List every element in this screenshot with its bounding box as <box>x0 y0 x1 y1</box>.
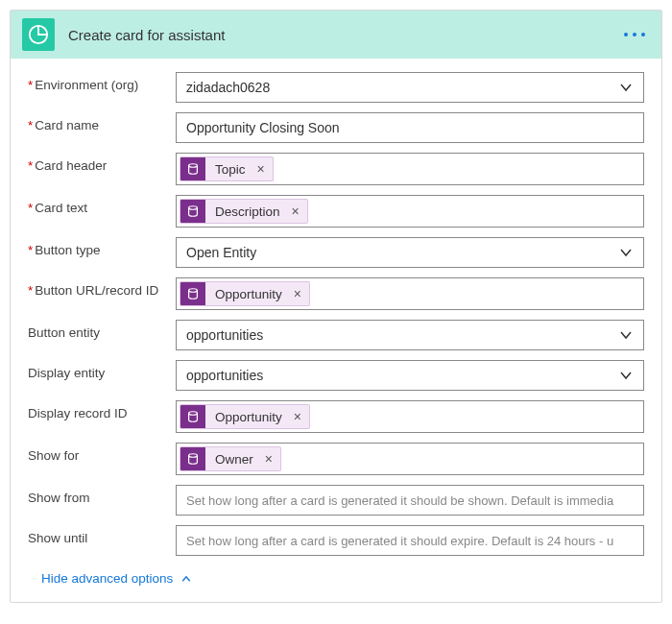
hide-advanced-options-toggle[interactable]: Hide advanced options <box>41 571 192 586</box>
action-header: Create card for assistant <box>11 11 661 59</box>
label-display-record-id: Display record ID <box>28 400 176 420</box>
button-entity-value: opportunities <box>186 327 618 343</box>
show-until-placeholder: Set how long after a card is generated i… <box>177 534 643 548</box>
svg-point-4 <box>189 206 198 210</box>
show-for-input[interactable]: Owner × <box>176 443 644 475</box>
action-card: Create card for assistant Environment (o… <box>10 10 662 603</box>
svg-point-5 <box>189 289 198 293</box>
svg-point-6 <box>189 412 198 416</box>
show-from-input[interactable]: Set how long after a card is generated i… <box>176 485 644 516</box>
token-remove-button[interactable]: × <box>292 409 309 424</box>
token-opportunity[interactable]: Opportunity × <box>180 404 310 429</box>
label-show-until: Show until <box>28 525 176 545</box>
token-remove-button[interactable]: × <box>255 161 273 177</box>
chevron-up-icon <box>180 573 192 585</box>
token-remove-button[interactable]: × <box>292 286 309 301</box>
token-text: Topic <box>205 162 255 177</box>
action-icon <box>22 18 55 51</box>
database-icon <box>180 156 205 181</box>
show-from-placeholder: Set how long after a card is generated i… <box>177 493 643 508</box>
database-icon <box>180 404 205 429</box>
label-environment: Environment (org) <box>28 72 176 92</box>
label-show-from: Show from <box>28 485 176 505</box>
card-header-input[interactable]: Topic × <box>176 153 644 185</box>
token-remove-button[interactable]: × <box>263 451 280 467</box>
label-card-text: Card text <box>28 195 176 215</box>
button-entity-select[interactable]: opportunities <box>176 320 644 350</box>
label-card-header: Card header <box>28 153 176 173</box>
token-text: Opportunity <box>205 287 292 301</box>
label-card-name: Card name <box>28 112 176 132</box>
svg-point-3 <box>189 164 198 168</box>
database-icon <box>180 446 205 471</box>
card-name-value: Opportunity Closing Soon <box>186 120 340 135</box>
label-button-type: Button type <box>28 237 176 257</box>
chevron-down-icon <box>618 245 634 260</box>
toggle-label: Hide advanced options <box>41 571 173 586</box>
action-title: Create card for assistant <box>68 27 619 43</box>
svg-point-2 <box>641 33 645 36</box>
database-icon <box>180 281 205 306</box>
display-record-id-input[interactable]: Opportunity × <box>176 400 644 433</box>
token-text: Description <box>205 204 290 219</box>
card-text-input[interactable]: Description × <box>176 195 644 228</box>
token-text: Owner <box>205 452 263 467</box>
chevron-down-icon <box>618 80 634 95</box>
display-entity-value: opportunities <box>186 368 618 383</box>
label-show-for: Show for <box>28 443 176 463</box>
display-entity-select[interactable]: opportunities <box>176 360 644 391</box>
token-text: Opportunity <box>205 410 292 424</box>
token-topic[interactable]: Topic × <box>180 156 274 181</box>
database-icon <box>180 199 205 224</box>
label-button-url: Button URL/record ID <box>28 277 176 298</box>
show-until-input[interactable]: Set how long after a card is generated i… <box>176 525 644 556</box>
label-button-entity: Button entity <box>28 320 176 340</box>
chevron-down-icon <box>618 327 634 343</box>
svg-point-0 <box>624 33 628 36</box>
card-name-input[interactable]: Opportunity Closing Soon <box>176 112 644 143</box>
ellipsis-icon <box>623 32 646 37</box>
button-type-value: Open Entity <box>186 245 618 260</box>
pie-chart-icon <box>28 24 49 45</box>
action-body: Environment (org) zidadach0628 Card name… <box>11 59 661 602</box>
chevron-down-icon <box>618 368 634 383</box>
environment-select[interactable]: zidadach0628 <box>176 72 644 103</box>
token-opportunity[interactable]: Opportunity × <box>180 281 310 306</box>
svg-point-7 <box>189 454 198 458</box>
button-url-input[interactable]: Opportunity × <box>176 277 644 310</box>
environment-value: zidadach0628 <box>186 80 618 95</box>
action-menu-button[interactable] <box>619 32 650 37</box>
token-remove-button[interactable]: × <box>290 204 307 219</box>
button-type-select[interactable]: Open Entity <box>176 237 644 268</box>
label-display-entity: Display entity <box>28 360 176 380</box>
svg-point-1 <box>633 33 636 36</box>
token-owner[interactable]: Owner × <box>180 446 281 471</box>
token-description[interactable]: Description × <box>180 199 308 224</box>
